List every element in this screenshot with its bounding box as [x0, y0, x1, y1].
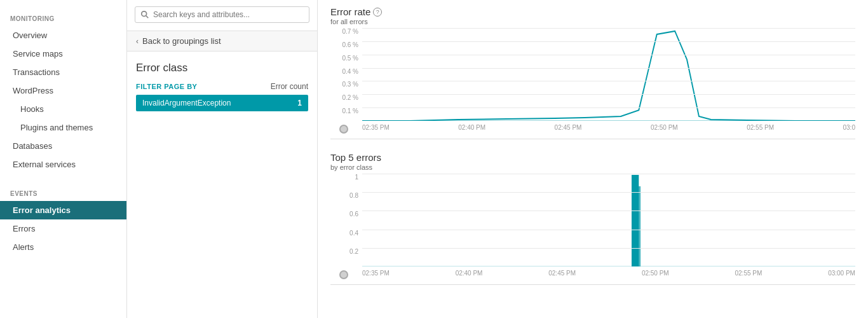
filter-header: FILTER PAGE BY Error count: [136, 82, 308, 91]
y-label-07: 0.7 %: [342, 28, 358, 35]
x-label-235: 02:35 PM: [362, 124, 390, 131]
y-label-08: 0.8: [349, 192, 358, 199]
grid-line-5: [362, 81, 855, 81]
grid-line-t1: [362, 174, 855, 174]
middle-panel: ‹ Back to groupings list Error class FIL…: [127, 0, 318, 318]
sidebar-item-databases[interactable]: Databases: [0, 137, 126, 155]
error-rate-chart: 0.7 % 0.6 % 0.5 % 0.4 % 0.3 % 0.2 % 0.1 …: [330, 28, 855, 139]
x-label-t245: 02:45 PM: [548, 270, 576, 277]
top5-x-axis: 02:35 PM 02:40 PM 02:45 PM 02:50 PM 02:5…: [362, 266, 855, 284]
grid-line-6: [362, 94, 855, 95]
grid-line-4: [362, 68, 855, 69]
back-to-groupings-button[interactable]: ‹ Back to groupings list: [127, 31, 317, 52]
y-label-02: 0.2: [349, 248, 358, 255]
error-rate-toggle[interactable]: [339, 125, 348, 134]
sidebar-item-error-analytics[interactable]: Error analytics: [0, 201, 126, 219]
y-label-05: 0.5 %: [342, 55, 358, 62]
x-label-t300: 03:00 PM: [828, 270, 855, 277]
top5-toggle[interactable]: [339, 270, 348, 279]
sidebar-item-plugins-and-themes[interactable]: Plugins and themes: [0, 118, 126, 137]
y-label-06: 0.6: [349, 211, 358, 218]
back-label: Back to groupings list: [142, 36, 221, 46]
error-rate-subtitle: for all errors: [330, 18, 855, 25]
y-label-01: 0.1 %: [342, 107, 358, 114]
top5-errors-section: Top 5 errors by error class 1 0.8 0.6 0.…: [330, 152, 855, 285]
error-rate-y-axis: 0.7 % 0.6 % 0.5 % 0.4 % 0.3 % 0.2 % 0.1 …: [330, 28, 362, 121]
top5-y-axis: 1 0.8 0.6 0.4 0.2: [330, 174, 362, 266]
y-label-03: 0.3 %: [342, 81, 358, 88]
x-label-245: 02:45 PM: [555, 124, 582, 131]
sidebar-item-alerts[interactable]: Alerts: [0, 238, 126, 256]
sidebar-item-hooks[interactable]: Hooks: [0, 100, 126, 118]
grid-line-3: [362, 55, 855, 55]
help-icon[interactable]: ?: [373, 8, 382, 17]
error-rate-plot: [362, 28, 855, 121]
x-label-t255: 02:55 PM: [735, 270, 763, 277]
sidebar-item-external-services[interactable]: External services: [0, 155, 126, 174]
search-box[interactable]: [135, 6, 309, 23]
filter-exception-name: InvalidArgumentException: [142, 99, 231, 107]
filter-exception-count: 1: [297, 99, 302, 107]
top5-svg: [362, 174, 855, 266]
search-icon: [140, 10, 149, 19]
grid-line-2: [362, 41, 855, 42]
main-content: ‹ Back to groupings list Error class FIL…: [127, 0, 868, 318]
grid-line-1: [362, 28, 855, 29]
sidebar-item-wordpress[interactable]: WordPress: [0, 81, 126, 100]
top5-subtitle: by error class: [330, 163, 855, 171]
top5-plot: [362, 174, 855, 266]
monitoring-section-label: MONITORING: [0, 6, 126, 26]
x-label-240: 02:40 PM: [458, 124, 485, 131]
error-rate-x-axis: 02:35 PM 02:40 PM 02:45 PM 02:50 PM 02:5…: [362, 121, 855, 139]
sidebar-item-transactions[interactable]: Transactions: [0, 63, 126, 81]
svg-point-0: [142, 11, 147, 17]
top5-title: Top 5 errors: [330, 152, 855, 163]
error-rate-svg: [362, 28, 855, 121]
y-label-06: 0.6 %: [342, 41, 358, 48]
x-label-250: 02:50 PM: [651, 124, 678, 131]
error-class-title: Error class: [136, 62, 308, 74]
x-label-t250: 02:50 PM: [642, 270, 669, 277]
error-class-section: Error class FILTER PAGE BY Error count I…: [127, 52, 317, 118]
grid-line-7: [362, 107, 855, 108]
sidebar-item-service-maps[interactable]: Service maps: [0, 45, 126, 63]
y-label-04: 0.4: [349, 230, 358, 237]
svg-line-1: [146, 16, 149, 18]
filter-page-by-label: FILTER PAGE BY: [136, 83, 197, 90]
x-label-t240: 02:40 PM: [456, 270, 483, 277]
filter-row-invalidargumentexception[interactable]: InvalidArgumentException 1: [136, 95, 308, 111]
events-section-label: EVENTS: [0, 181, 126, 201]
top5-chart: 1 0.8 0.6 0.4 0.2: [330, 174, 855, 285]
y-label-02: 0.2 %: [342, 94, 358, 101]
error-count-label: Error count: [271, 82, 308, 91]
charts-panel: Error rate ? for all errors 0.7 % 0.6 % …: [318, 0, 868, 318]
svg-rect-3: [637, 186, 641, 266]
y-label-1: 1: [355, 174, 358, 181]
chevron-left-icon: ‹: [136, 37, 139, 46]
sidebar-item-overview[interactable]: Overview: [0, 26, 126, 45]
error-rate-title: Error rate: [330, 6, 370, 17]
grid-line-t5: [362, 248, 855, 249]
sidebar-item-errors[interactable]: Errors: [0, 219, 126, 238]
x-label-300: 03:0: [843, 124, 855, 131]
x-label-255: 02:55 PM: [747, 124, 774, 131]
x-label-t235: 02:35 PM: [362, 270, 390, 277]
grid-line-t2: [362, 192, 855, 193]
grid-line-t4: [362, 230, 855, 230]
error-rate-section: Error rate ? for all errors 0.7 % 0.6 % …: [330, 6, 855, 139]
grid-line-t3: [362, 211, 855, 211]
search-input[interactable]: [153, 10, 304, 19]
y-label-04: 0.4 %: [342, 68, 358, 75]
sidebar: MONITORING Overview Service maps Transac…: [0, 0, 127, 318]
